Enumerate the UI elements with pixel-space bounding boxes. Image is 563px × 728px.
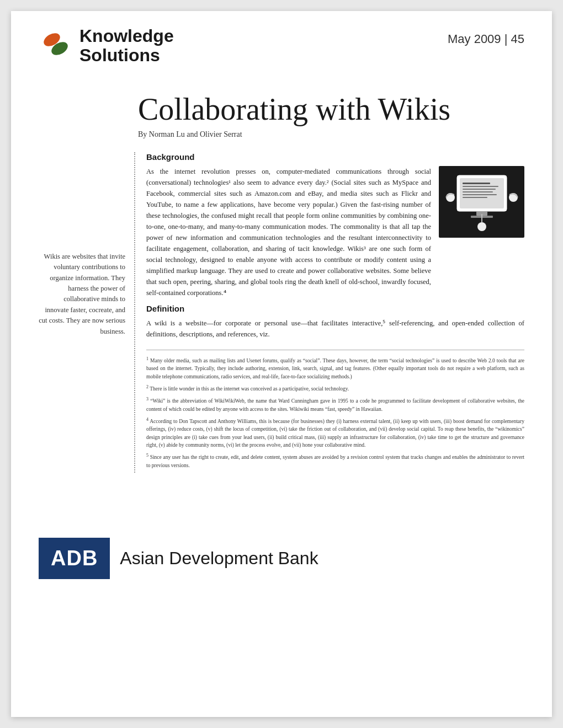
sidebar-pullquote: Wikis are websites that invite voluntary… — [39, 251, 130, 337]
main-content: Collaborating with Wikis By Norman Lu an… — [11, 76, 552, 494]
header: Knowledge Solutions May 2009 | 45 — [11, 11, 552, 76]
footnote-3: 3 “Wiki” is the abbreviation of WikiWiki… — [146, 396, 524, 413]
svg-rect-6 — [463, 189, 496, 190]
svg-rect-4 — [463, 183, 490, 184]
background-text: As the internet revolution presses on, c… — [146, 166, 431, 298]
article-illustration — [439, 166, 524, 238]
first-para-container: As the internet revolution presses on, c… — [146, 166, 524, 298]
svg-rect-7 — [463, 191, 493, 192]
svg-rect-5 — [463, 186, 498, 187]
logo-text: Knowledge Solutions — [79, 26, 174, 65]
logo-leaves-icon — [39, 29, 73, 63]
footnote-1: 1 Many older media, such as mailing list… — [146, 356, 524, 381]
svg-rect-9 — [463, 197, 487, 198]
logo-area: Knowledge Solutions — [39, 26, 174, 65]
right-content: Background As the internet revolution pr… — [135, 152, 524, 473]
adb-logo-box: ADB — [39, 538, 110, 579]
svg-rect-8 — [463, 194, 497, 195]
article-title: Collaborating with Wikis — [138, 93, 524, 127]
background-section: Background As the internet revolution pr… — [146, 152, 524, 298]
wiki-illustration-icon — [440, 167, 523, 236]
footer-area: ADB Asian Development Bank — [11, 522, 552, 595]
header-date: May 2009 | 45 — [448, 26, 524, 46]
footnote-4: 4 According to Don Tapscott and Anthony … — [146, 416, 524, 449]
content-area: Wikis are websites that invite voluntary… — [39, 152, 524, 473]
page: Knowledge Solutions May 2009 | 45 Collab… — [11, 11, 552, 717]
left-sidebar: Wikis are websites that invite voluntary… — [39, 152, 135, 473]
definition-text: A wiki is a website—for corporate or per… — [146, 318, 524, 340]
definition-section: Definition A wiki is a website—for corpo… — [146, 304, 524, 340]
logo-knowledge: Knowledge — [79, 26, 174, 46]
definition-title: Definition — [146, 304, 524, 313]
footnote-area: 1 Many older media, such as mailing list… — [146, 350, 524, 469]
logo-solutions: Solutions — [79, 46, 174, 65]
footnote-5: 5 Since any user has the right to create… — [146, 452, 524, 469]
background-title: Background — [146, 152, 524, 162]
dotted-divider — [134, 152, 135, 473]
footnote-2: 2 There is little wonder in this as the … — [146, 384, 524, 393]
svg-point-14 — [477, 222, 486, 231]
adb-full-name: Asian Development Bank — [120, 548, 318, 569]
article-byline: By Norman Lu and Olivier Serrat — [138, 130, 524, 139]
